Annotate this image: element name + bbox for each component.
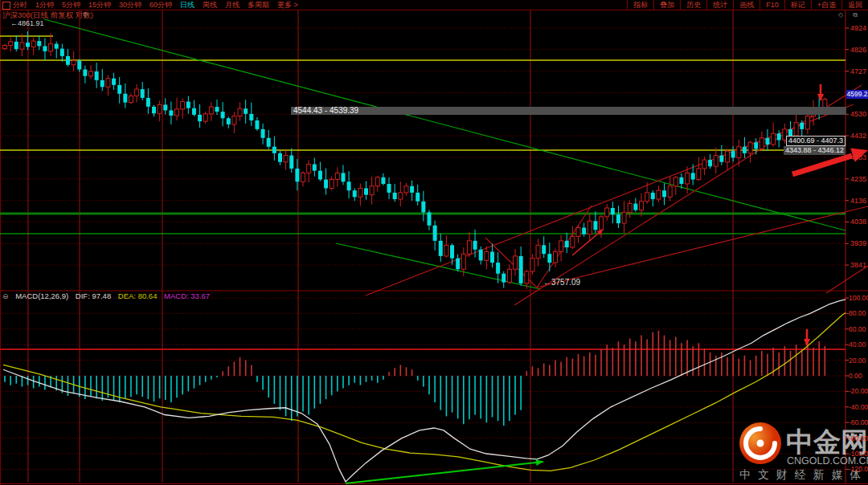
svg-text:-60.00: -60.00 [849,418,868,426]
current-price-tag: 4599.2 [846,90,868,99]
collapse-icon[interactable]: ⊖ [2,292,9,300]
svg-text:4333: 4333 [850,153,866,161]
svg-text:80.00: 80.00 [849,309,866,317]
drawing-layer [0,19,868,305]
grid-layer [0,0,868,485]
svg-text:4530: 4530 [850,110,866,118]
macd-header: ⊖ MACD(12,26,9) DIF: 97.48 DEA: 80.64 MA… [2,291,215,300]
price-zone-box-1: 4400.69 - 4407.3 [786,136,845,146]
candles-layer [3,31,827,289]
svg-text:-40.00: -40.00 [849,403,868,411]
macd-name: MACD(12,26,9) [15,291,68,300]
trading-app-window: { "toolbar": { "left_items": ["分时","1分钟"… [0,0,868,485]
svg-text:0.00: 0.00 [849,372,862,380]
svg-text:-80.00: -80.00 [849,434,868,442]
price-zone-band [291,107,846,115]
price-zone-label: 4544.43 - 4539.39 [293,106,358,115]
macd-dif-value: DIF: 97.48 [76,291,111,300]
svg-text:100.00: 100.00 [849,294,868,302]
price-zone-box-2: 4343.88 - 4346.12 [784,146,845,155]
svg-text:20.00: 20.00 [849,357,866,365]
macd-layer [0,300,845,482]
svg-text:-100.00: -100.00 [849,450,868,458]
svg-text:40.00: 40.00 [849,340,866,348]
high-price-label: ←4861.91 [10,19,44,27]
macd-dea-value: DEA: 80.64 [118,291,158,300]
svg-text:3939: 3939 [850,239,866,247]
svg-text:4136: 4136 [850,197,866,205]
svg-text:4432: 4432 [850,132,866,140]
svg-text:4826: 4826 [850,46,866,54]
svg-text:60.00: 60.00 [849,325,866,333]
svg-text:4727: 4727 [850,67,866,75]
svg-text:4038: 4038 [850,218,866,226]
svg-text:3841: 3841 [850,261,866,269]
svg-text:中 文 财 经 新 媒 体: 中 文 财 经 新 媒 体 [739,468,863,481]
svg-text:-120.00: -120.00 [849,465,868,473]
svg-text:4235: 4235 [850,175,866,183]
macd-macd-value: MACD: 33.67 [164,291,210,300]
low-price-label: ←3757.09 [543,278,580,287]
svg-text:-20.00: -20.00 [849,387,868,395]
svg-text:4924: 4924 [850,24,866,32]
chart-canvas: 中金网CNGOLD.COM.CN中 文 财 经 新 媒 体49244826472… [0,0,868,485]
